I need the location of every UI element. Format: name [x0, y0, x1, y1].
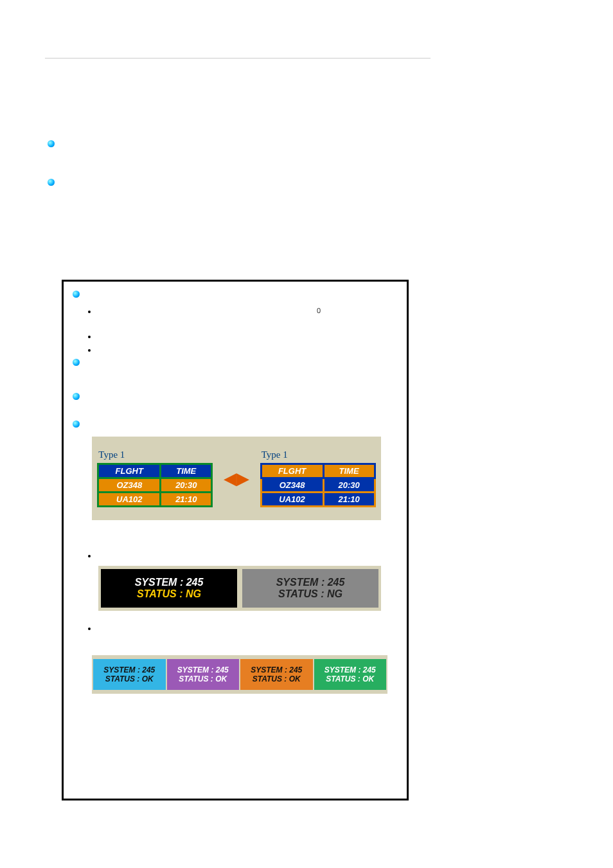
status-chip-orange: SYSTEM : 245 STATUS : OK: [240, 659, 313, 690]
flight-col-header: FLGHT: [98, 464, 161, 478]
frame-subitem-text: [97, 345, 398, 354]
frame-subitem-2: [88, 332, 398, 340]
status-status-line: STATUS : OK: [179, 674, 227, 683]
swap-arrows-icon: ▶▶: [224, 469, 249, 489]
dot-icon: [88, 349, 91, 352]
time-col-header: TIME: [161, 464, 212, 478]
separator-line: [45, 58, 431, 59]
time-cell: 20:30: [161, 478, 212, 493]
frame-subitem-text: [97, 551, 398, 559]
frame-item-text: [86, 393, 398, 401]
flight-cell: OZ348: [98, 478, 161, 493]
flight-table-right: FLGHT TIME OZ348 20:30 UA102 21:10: [260, 463, 376, 507]
content-frame: 0 Type 1 FLGHT TIME OZ3: [62, 280, 409, 800]
status-color-figure: SYSTEM : 245 STATUS : OK SYSTEM : 245 ST…: [92, 655, 387, 694]
bullet-icon: [73, 359, 80, 366]
frame-item-text: [86, 420, 398, 429]
bullet-icon: [48, 179, 55, 186]
dot-icon: [88, 336, 91, 338]
status-panel-black: SYSTEM : 245 STATUS : NG: [101, 569, 237, 608]
status-status-line: STATUS : OK: [253, 674, 301, 683]
flight-table-left: FLGHT TIME OZ348 20:30 UA102 21:10: [97, 463, 213, 507]
flight-cell: UA102: [261, 493, 323, 507]
status-chip-green: SYSTEM : 245 STATUS : OK: [314, 659, 387, 690]
flight-card-right: Type 1 FLGHT TIME OZ348 20:30 UA102 21:1…: [260, 449, 376, 507]
status-panel-gray: SYSTEM : 245 STATUS : NG: [242, 569, 378, 608]
status-system-line: SYSTEM : 245: [276, 577, 345, 588]
flight-card-title-left: Type 1: [98, 449, 213, 460]
status-system-line: SYSTEM : 245: [324, 665, 376, 674]
status-status-line: STATUS : NG: [278, 588, 342, 600]
time-col-header: TIME: [323, 464, 375, 478]
frame-subitem-4: [88, 551, 398, 559]
zero-value: 0: [317, 307, 321, 314]
frame-item-2: [73, 359, 398, 367]
flight-card-left: Type 1 FLGHT TIME OZ348 20:30 UA102 21:1…: [97, 449, 213, 507]
frame-subitem-text: [97, 332, 398, 340]
frame-item-3: [73, 393, 398, 401]
flight-card-title-right: Type 1: [262, 449, 376, 460]
flight-col-header: FLGHT: [261, 464, 323, 478]
frame-item-text: [86, 291, 398, 299]
frame-subitem-text: [97, 624, 398, 632]
bullet-icon: [73, 420, 80, 428]
dot-icon: [88, 311, 91, 313]
status-system-line: SYSTEM : 245: [103, 665, 155, 674]
status-status-line: STATUS : OK: [326, 674, 374, 683]
outer-list-item-2: [48, 178, 61, 186]
status-status-line: STATUS : OK: [105, 674, 154, 683]
time-cell: 21:10: [323, 493, 375, 507]
bullet-icon: [73, 291, 80, 298]
frame-item-1: [73, 291, 398, 299]
frame-subitem-text: [97, 307, 310, 315]
status-status-line: STATUS : NG: [137, 588, 201, 600]
status-contrast-figure: SYSTEM : 245 STATUS : NG SYSTEM : 245 ST…: [98, 566, 381, 611]
dot-icon: [88, 628, 91, 630]
status-chip-purple: SYSTEM : 245 STATUS : OK: [167, 659, 240, 690]
flight-cell: OZ348: [261, 478, 323, 493]
status-system-line: SYSTEM : 245: [135, 577, 204, 588]
outer-list-item-1: [48, 140, 61, 148]
bullet-icon: [73, 393, 80, 400]
flight-swap-figure: Type 1 FLGHT TIME OZ348 20:30 UA102 21:1…: [92, 437, 381, 520]
frame-subitem-3: [88, 345, 398, 354]
frame-subitem-5: [88, 624, 398, 632]
frame-subitem-1: 0: [88, 307, 398, 315]
flight-cell: UA102: [98, 493, 161, 507]
frame-item-text: [86, 359, 398, 367]
time-cell: 21:10: [161, 493, 212, 507]
time-cell: 20:30: [323, 478, 375, 493]
frame-item-4: [73, 420, 398, 429]
bullet-icon: [48, 140, 55, 147]
status-system-line: SYSTEM : 245: [177, 665, 229, 674]
status-system-line: SYSTEM : 245: [251, 665, 302, 674]
status-chip-blue: SYSTEM : 245 STATUS : OK: [93, 659, 166, 690]
dot-icon: [88, 555, 91, 557]
